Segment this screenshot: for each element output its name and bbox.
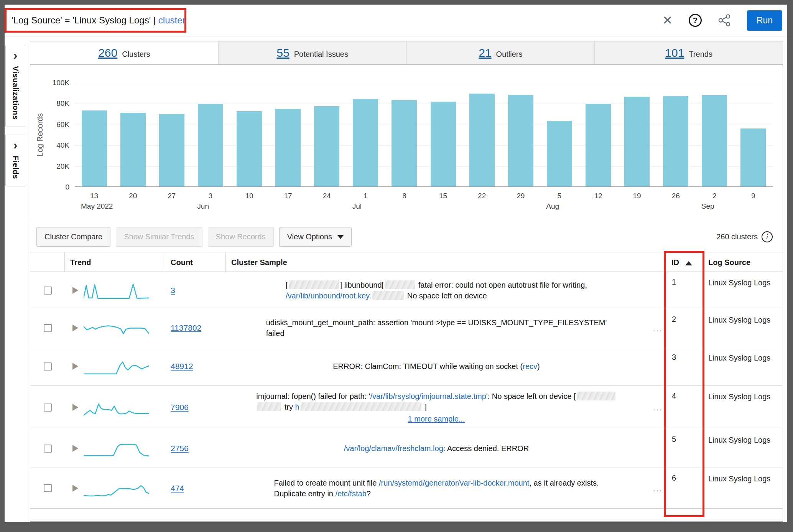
bar-3[interactable] <box>198 104 223 186</box>
sample-link[interactable]: /run/systemd/generator/var-lib-docker.mo… <box>379 479 529 487</box>
count-link[interactable]: 48912 <box>171 362 193 371</box>
tab-count-link[interactable]: 55 <box>276 46 289 59</box>
tab-label: Trends <box>689 50 712 59</box>
bar-26[interactable] <box>663 96 688 186</box>
tab-trends[interactable]: 101 Trends <box>595 41 783 64</box>
cluster-sample-text: udisks_mount_get_mount_path: assertion '… <box>266 317 607 339</box>
bar-2[interactable] <box>702 95 727 186</box>
toolbar-right: 260 clusters i <box>716 231 776 242</box>
run-button[interactable]: Run <box>747 10 782 31</box>
bar-12[interactable] <box>586 104 611 186</box>
header-id[interactable]: ID <box>666 252 703 272</box>
count-cell: 48912 <box>165 347 226 385</box>
count-cell: 474 <box>165 468 226 508</box>
bar-27[interactable] <box>159 114 184 186</box>
bar-slot <box>540 83 579 186</box>
header-count[interactable]: Count <box>165 252 226 272</box>
bar-29[interactable] <box>508 95 533 186</box>
query-bar-actions: ✕ ? Run <box>662 10 787 31</box>
clusters-count-summary: 260 clusters <box>716 232 758 241</box>
sample-link[interactable]: /var/lib/rsyslog/imjournal.state.tmp <box>370 392 486 400</box>
tab-count-link[interactable]: 260 <box>98 46 117 59</box>
show-similar-trends-button[interactable]: Show Similar Trends <box>116 227 202 247</box>
expand-row-icon[interactable] <box>72 287 78 294</box>
expand-row-icon[interactable] <box>72 485 78 492</box>
more-samples-link[interactable]: 1 more sample... <box>408 413 465 424</box>
tab-count-link[interactable]: 101 <box>665 46 684 59</box>
sample-cell: udisks_mount_get_mount_path: assertion '… <box>226 309 666 347</box>
row-checkbox[interactable] <box>44 324 52 332</box>
help-icon[interactable]: ? <box>689 14 702 27</box>
bar-1[interactable] <box>353 99 378 186</box>
count-link[interactable]: 7906 <box>171 403 189 412</box>
bar-15[interactable] <box>431 102 456 186</box>
sample-link[interactable]: h <box>295 403 299 411</box>
count-link[interactable]: 3 <box>171 286 175 295</box>
x-tick: 1Jul <box>346 192 385 211</box>
bar-slot <box>501 83 540 186</box>
table-row: 2756/var/log/clamav/freshclam.log: Acces… <box>30 429 783 468</box>
show-records-button[interactable]: Show Records <box>208 227 274 247</box>
id-cell: 3 <box>666 347 703 385</box>
tab-potential-issues[interactable]: 55 Potential Issues <box>219 41 407 64</box>
bar-17[interactable] <box>275 109 301 187</box>
x-tick: 27 <box>152 192 191 211</box>
bar-22[interactable] <box>469 94 495 186</box>
bar-19[interactable] <box>624 97 650 186</box>
count-cell: 1137802 <box>165 309 226 347</box>
y-tick-label: 0 <box>65 183 69 191</box>
sample-link[interactable]: /etc/fstab <box>336 489 367 498</box>
header-log-source[interactable]: Log Source <box>703 252 783 272</box>
bar-9[interactable] <box>740 128 766 186</box>
x-tick: 26 <box>656 192 695 211</box>
row-checkbox[interactable] <box>44 484 52 492</box>
header-cluster-sample[interactable]: Cluster Sample <box>226 252 666 272</box>
bar-20[interactable] <box>120 113 146 186</box>
sidebar-panel-visualizations[interactable]: › Visualizations <box>5 45 25 127</box>
share-icon[interactable] <box>718 14 731 27</box>
bar-13[interactable] <box>82 110 107 186</box>
count-link[interactable]: 474 <box>171 484 184 493</box>
sample-link[interactable]: /var/lib/unbound/root.key. <box>286 292 371 300</box>
expand-row-icon[interactable] <box>72 324 78 331</box>
log-source-cell: Linux Syslog Logs <box>703 429 783 468</box>
row-checkbox[interactable] <box>44 287 52 295</box>
sample-link[interactable]: recv <box>523 362 537 371</box>
row-checkbox[interactable] <box>44 404 52 412</box>
trend-cell <box>65 347 165 385</box>
bar-5[interactable] <box>547 121 572 186</box>
redacted-text <box>257 402 281 411</box>
redacted-text <box>577 392 615 400</box>
overflow-ellipsis: ··· <box>653 485 662 497</box>
tab-count-link[interactable]: 21 <box>479 46 491 59</box>
bar-10[interactable] <box>237 111 262 186</box>
y-axis-ticks: 100K80K60K40K20K0 <box>46 83 75 187</box>
caret-down-icon <box>337 235 344 239</box>
trend-sparkline <box>84 356 149 377</box>
bar-24[interactable] <box>314 106 339 186</box>
header-trend[interactable]: Trend <box>65 252 165 272</box>
row-checkbox[interactable] <box>44 445 52 453</box>
expand-row-icon[interactable] <box>72 445 78 452</box>
bar-8[interactable] <box>392 100 417 186</box>
redacted-text <box>301 402 421 411</box>
sidebar-panel-fields[interactable]: › Fields <box>5 135 25 186</box>
bar-slot <box>462 83 501 186</box>
x-tick: 12 <box>579 192 617 211</box>
search-query-input[interactable]: 'Log Source' = 'Linux Syslog Logs' | clu… <box>12 15 185 26</box>
info-icon[interactable]: i <box>762 231 773 242</box>
x-tick: 13May 2022 <box>75 192 114 211</box>
expand-row-icon[interactable] <box>72 404 78 411</box>
sample-link[interactable]: /var/log/clamav/freshclam.log: <box>344 444 446 453</box>
expand-row-icon[interactable] <box>72 363 78 370</box>
cluster-compare-button[interactable]: Cluster Compare <box>36 227 110 247</box>
bar-slot <box>346 83 385 186</box>
chart-x-labels: 13May 202220273Jun1017241Jul81522295Aug1… <box>75 192 773 211</box>
count-link[interactable]: 1137802 <box>171 323 201 333</box>
view-options-dropdown[interactable]: View Options <box>279 227 352 247</box>
tab-clusters[interactable]: 260 Clusters <box>30 41 219 64</box>
count-link[interactable]: 2756 <box>171 444 189 453</box>
tab-outliers[interactable]: 21 Outliers <box>407 41 595 64</box>
close-icon[interactable]: ✕ <box>662 14 673 26</box>
row-checkbox[interactable] <box>44 362 52 371</box>
